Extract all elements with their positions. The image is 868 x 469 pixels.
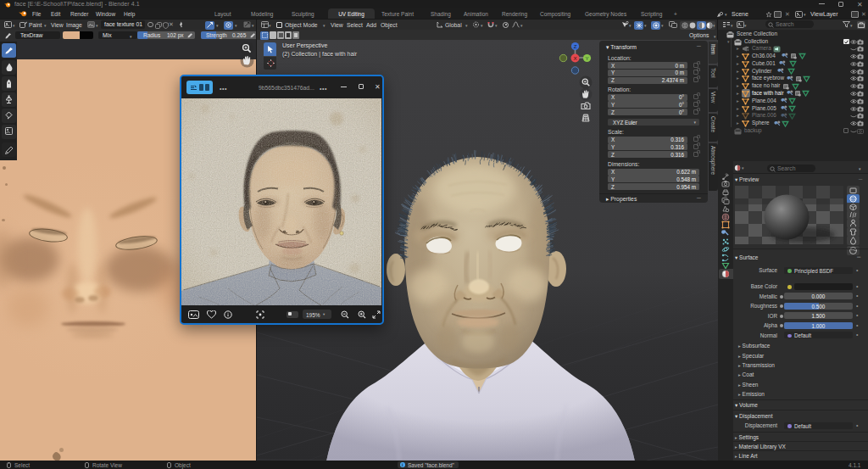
svg-text:Y: Y [585,56,588,61]
svg-text:Z: Z [574,44,577,49]
svg-text:X: X [573,55,576,61]
